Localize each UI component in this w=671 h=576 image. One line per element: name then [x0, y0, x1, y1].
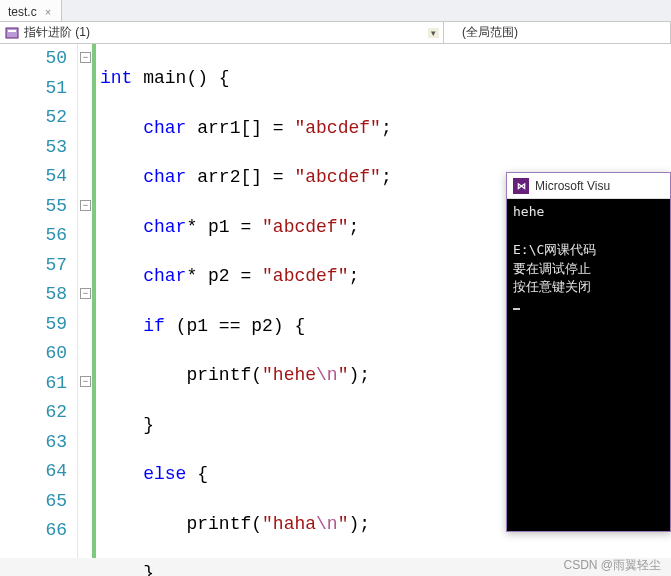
svg-rect-1	[8, 30, 16, 32]
line-number: 50	[0, 44, 67, 74]
tab-bar: test.c ×	[0, 0, 671, 22]
line-number: 55	[0, 192, 67, 222]
chevron-down-icon[interactable]: ▾	[428, 28, 439, 38]
watermark: CSDN @雨翼轻尘	[563, 557, 661, 574]
visual-studio-icon: ⋈	[513, 178, 529, 194]
code-line: int main() {	[100, 64, 671, 94]
line-number: 54	[0, 162, 67, 192]
line-number-gutter: 50 51 52 53 54 55 56 57 58 59 60 61 62 6…	[0, 44, 78, 558]
fold-toggle[interactable]: −	[80, 376, 91, 387]
line-number: 64	[0, 457, 67, 487]
scope-global-label: (全局范围)	[448, 24, 666, 41]
console-output: hehe E:\C网课代码 要在调试停止 按任意键关闭	[507, 199, 670, 531]
close-icon[interactable]: ×	[43, 6, 53, 18]
debug-console-window[interactable]: ⋈ Microsoft Visu hehe E:\C网课代码 要在调试停止 按任…	[506, 172, 671, 532]
line-number: 56	[0, 221, 67, 251]
project-icon	[4, 25, 20, 41]
line-number: 53	[0, 133, 67, 163]
fold-toggle[interactable]: −	[80, 52, 91, 63]
scope-project-dropdown[interactable]: 指针进阶 (1) ▾	[0, 22, 444, 43]
scope-global-dropdown[interactable]: (全局范围)	[444, 22, 671, 43]
line-number: 62	[0, 398, 67, 428]
line-number: 65	[0, 487, 67, 517]
scope-project-label: 指针进阶 (1)	[24, 24, 428, 41]
outline-margin: − − − −	[78, 44, 96, 558]
line-number: 58	[0, 280, 67, 310]
line-number: 60	[0, 339, 67, 369]
line-number: 52	[0, 103, 67, 133]
line-number: 66	[0, 516, 67, 546]
line-number: 51	[0, 74, 67, 104]
navigation-bar: 指针进阶 (1) ▾ (全局范围)	[0, 22, 671, 44]
file-tab[interactable]: test.c ×	[0, 0, 62, 21]
line-number: 57	[0, 251, 67, 281]
console-title-text: Microsoft Visu	[535, 179, 610, 193]
line-number: 61	[0, 369, 67, 399]
code-line: char arr1[] = "abcdef";	[100, 114, 671, 144]
console-titlebar[interactable]: ⋈ Microsoft Visu	[507, 173, 670, 199]
cursor-icon	[513, 308, 520, 310]
tab-filename: test.c	[8, 5, 37, 19]
svg-rect-0	[6, 28, 18, 38]
line-number: 59	[0, 310, 67, 340]
line-number: 63	[0, 428, 67, 458]
fold-toggle[interactable]: −	[80, 200, 91, 211]
fold-toggle[interactable]: −	[80, 288, 91, 299]
